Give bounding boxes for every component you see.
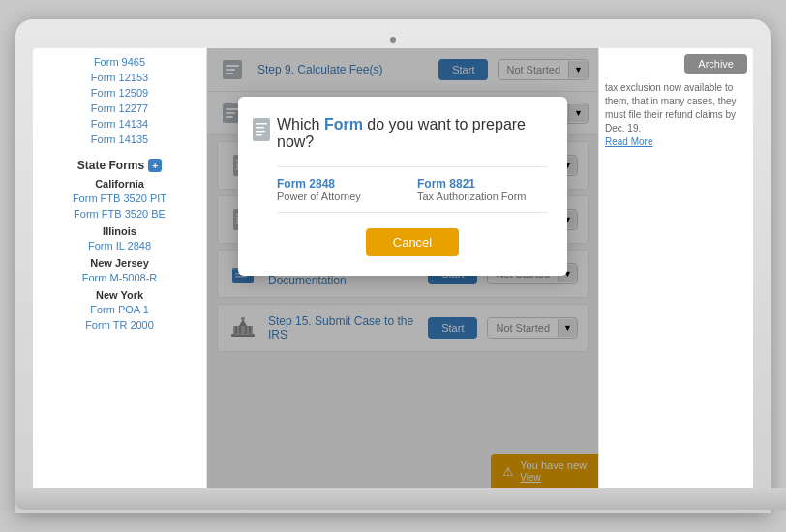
sidebar-link-12509[interactable]: Form 12509 — [33, 85, 206, 101]
laptop-camera — [390, 37, 396, 43]
federal-links: Form 9465 Form 12153 Form 12509 Form 122… — [33, 48, 206, 153]
sidebar-link-14135[interactable]: Form 14135 — [33, 132, 206, 147]
sidebar: Form 9465 Form 12153 Form 12509 Form 122… — [33, 48, 207, 488]
modal-document-icon — [250, 116, 277, 143]
sidebar-link-12153[interactable]: Form 12153 — [33, 70, 206, 85]
svg-rect-28 — [253, 118, 270, 141]
modal-form-8821[interactable]: Form 8821 Tax Authorization Form — [417, 177, 548, 202]
sidebar-link-12277[interactable]: Form 12277 — [33, 101, 206, 116]
laptop-screen: Form 9465 Form 12153 Form 12509 Form 122… — [33, 48, 753, 488]
modal-title-bold: Form — [324, 116, 363, 133]
svg-rect-32 — [256, 134, 262, 136]
svg-rect-31 — [256, 131, 265, 133]
right-panel: Archive tax exclusion now available to t… — [598, 48, 753, 488]
sidebar-link-14134[interactable]: Form 14134 — [33, 116, 206, 132]
modal-overlay: Which Form do you want to prepare now? F… — [207, 48, 598, 488]
form-2848-name: Form 2848 — [277, 177, 408, 191]
app-container: Form 9465 Form 12153 Form 12509 Form 122… — [33, 48, 753, 488]
sidebar-link-poa1[interactable]: Form POA 1 — [33, 302, 206, 317]
laptop-outer: Form 9465 Form 12153 Form 12509 Form 122… — [15, 19, 771, 513]
laptop-base — [15, 488, 786, 510]
form-2848-desc: Power of Attorney — [277, 191, 408, 202]
modal-box: Which Form do you want to prepare now? F… — [238, 97, 567, 276]
modal-form-2848[interactable]: Form 2848 Power of Attorney — [277, 177, 408, 202]
sidebar-link-tr2000[interactable]: Form TR 2000 — [33, 317, 206, 333]
right-panel-text: tax exclusion now available to them, tha… — [605, 81, 747, 135]
state-new-jersey: New Jersey — [33, 253, 206, 270]
modal-forms-grid: Form 2848 Power of Attorney Form 8821 Ta… — [277, 166, 548, 213]
read-more-link[interactable]: Read More — [605, 136, 652, 147]
archive-button[interactable]: Archive — [684, 54, 747, 74]
svg-rect-29 — [256, 123, 267, 125]
state-forms-title: State Forms + — [33, 153, 206, 174]
add-state-forms-icon[interactable]: + — [148, 159, 162, 172]
sidebar-link-m5008r[interactable]: Form M-5008-R — [33, 270, 206, 285]
state-illinois: Illinois — [33, 222, 206, 238]
modal-footer: Cancel — [277, 228, 548, 256]
main-content: Step 9. Calculate Fee(s) Start Not Start… — [207, 48, 598, 488]
form-8821-desc: Tax Authorization Form — [417, 191, 548, 202]
sidebar-link-ftb3520pit[interactable]: Form FTB 3520 PIT — [33, 191, 206, 206]
sidebar-link-9465[interactable]: Form 9465 — [33, 54, 206, 70]
svg-rect-30 — [256, 127, 264, 129]
state-california: California — [33, 174, 206, 191]
sidebar-link-il2848[interactable]: Form IL 2848 — [33, 238, 206, 253]
state-new-york: New York — [33, 285, 206, 302]
sidebar-link-ftb3520be[interactable]: Form FTB 3520 BE — [33, 206, 206, 222]
form-8821-name: Form 8821 — [417, 177, 548, 191]
modal-title: Which Form do you want to prepare now? — [277, 116, 548, 151]
modal-cancel-button[interactable]: Cancel — [366, 228, 459, 256]
